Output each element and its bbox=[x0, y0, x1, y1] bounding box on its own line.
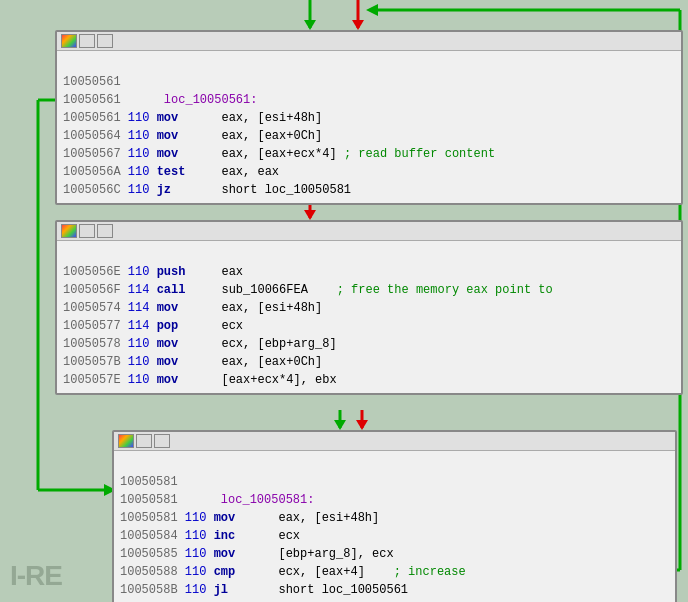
addr: 10050567 bbox=[63, 147, 121, 161]
num: 114 bbox=[128, 319, 150, 333]
watermark: I-RE bbox=[10, 560, 62, 592]
svg-marker-3 bbox=[352, 20, 364, 30]
addr: 10050588 bbox=[120, 565, 178, 579]
svg-marker-1 bbox=[304, 20, 316, 30]
instr: mov bbox=[157, 373, 179, 387]
instr: cmp bbox=[214, 565, 236, 579]
instr: inc bbox=[214, 529, 236, 543]
instr: jl bbox=[214, 583, 228, 597]
num: 110 bbox=[128, 265, 150, 279]
instr: call bbox=[157, 283, 186, 297]
addr: 10050574 bbox=[63, 301, 121, 315]
comment: ; increase bbox=[394, 565, 466, 579]
code-content-1: 10050561 10050561 loc_10050561: 10050561… bbox=[57, 51, 681, 203]
svg-marker-17 bbox=[366, 4, 378, 16]
addr: 10050584 bbox=[120, 529, 178, 543]
num: 110 bbox=[128, 111, 150, 125]
comment: ; read buffer content bbox=[344, 147, 495, 161]
num: 110 bbox=[128, 337, 150, 351]
addr: 10050561 bbox=[63, 111, 121, 125]
num: 110 bbox=[128, 147, 150, 161]
code-block-2: 1005056E 110 push eax 1005056F 114 call … bbox=[55, 220, 683, 395]
instr: mov bbox=[157, 147, 179, 161]
titlebar-2 bbox=[57, 222, 681, 241]
num: 114 bbox=[128, 301, 150, 315]
num: 110 bbox=[128, 165, 150, 179]
addr: 1005058B bbox=[120, 583, 178, 597]
color-icon-1 bbox=[61, 34, 77, 48]
code-content-2: 1005056E 110 push eax 1005056F 114 call … bbox=[57, 241, 681, 393]
flow-container: 10050561 10050561 loc_10050561: 10050561… bbox=[0, 0, 688, 602]
instr: test bbox=[157, 165, 186, 179]
code-block-1: 10050561 10050561 loc_10050561: 10050561… bbox=[55, 30, 683, 205]
num: 114 bbox=[128, 283, 150, 297]
instr: push bbox=[157, 265, 186, 279]
instr: mov bbox=[157, 355, 179, 369]
num: 110 bbox=[185, 511, 207, 525]
pin-icon-2 bbox=[97, 224, 113, 238]
addr: 10050564 bbox=[63, 129, 121, 143]
num: 110 bbox=[185, 529, 207, 543]
num: 110 bbox=[185, 583, 207, 597]
addr: 10050585 bbox=[120, 547, 178, 561]
color-icon-3 bbox=[118, 434, 134, 448]
addr: 1005057B bbox=[63, 355, 121, 369]
addr: 10050577 bbox=[63, 319, 121, 333]
instr: jz bbox=[157, 183, 171, 197]
svg-marker-11 bbox=[334, 420, 346, 430]
edit-icon-3 bbox=[136, 434, 152, 448]
addr: 10050581 bbox=[120, 511, 178, 525]
instr: mov bbox=[157, 337, 179, 351]
addr: 1005056E bbox=[63, 265, 121, 279]
instr: mov bbox=[157, 111, 179, 125]
instr: mov bbox=[157, 301, 179, 315]
pin-icon-1 bbox=[97, 34, 113, 48]
num: 110 bbox=[185, 565, 207, 579]
addr: 1005056F bbox=[63, 283, 121, 297]
code-content-3: 10050581 10050581 loc_10050581: 10050581… bbox=[114, 451, 675, 602]
num: 110 bbox=[128, 355, 150, 369]
edit-icon-2 bbox=[79, 224, 95, 238]
comment: ; free the memory eax point to bbox=[337, 283, 553, 297]
instr: mov bbox=[214, 511, 236, 525]
instr: pop bbox=[157, 319, 179, 333]
num: 110 bbox=[185, 547, 207, 561]
num: 110 bbox=[128, 373, 150, 387]
num: 110 bbox=[128, 129, 150, 143]
titlebar-1 bbox=[57, 32, 681, 51]
instr: mov bbox=[214, 547, 236, 561]
addr: 10050561 bbox=[63, 93, 121, 107]
pin-icon-3 bbox=[154, 434, 170, 448]
addr: 10050581 bbox=[120, 475, 178, 489]
titlebar-3 bbox=[114, 432, 675, 451]
color-icon-2 bbox=[61, 224, 77, 238]
code-block-3: 10050581 10050581 loc_10050581: 10050581… bbox=[112, 430, 677, 602]
loc-label: loc_10050581: bbox=[221, 493, 315, 507]
addr: 10050578 bbox=[63, 337, 121, 351]
addr: 1005057E bbox=[63, 373, 121, 387]
num: 110 bbox=[128, 183, 150, 197]
addr: 10050581 bbox=[120, 493, 178, 507]
svg-marker-13 bbox=[356, 420, 368, 430]
loc-label: loc_10050561: bbox=[164, 93, 258, 107]
addr: 10050561 bbox=[63, 75, 121, 89]
edit-icon-1 bbox=[79, 34, 95, 48]
addr: 1005056C bbox=[63, 183, 121, 197]
instr: mov bbox=[157, 129, 179, 143]
svg-marker-5 bbox=[304, 210, 316, 220]
addr: 1005056A bbox=[63, 165, 121, 179]
